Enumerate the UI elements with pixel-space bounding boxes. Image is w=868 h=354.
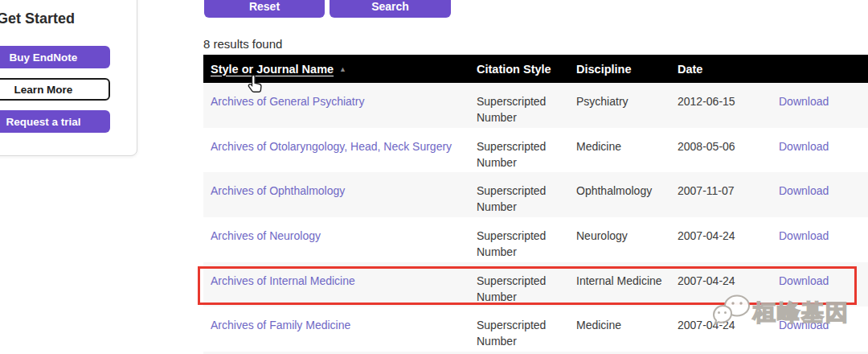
- date-cell: 2007-11-07: [670, 172, 772, 217]
- table-row: Archives of General PsychiatrySuperscrip…: [203, 83, 868, 128]
- date-cell: 2008-05-06: [670, 128, 772, 173]
- discipline-cell: Internal Medicine: [569, 262, 670, 307]
- download-link[interactable]: Download: [772, 217, 868, 262]
- citation-style-cell: Superscripted Number: [469, 83, 569, 128]
- column-header-date: Date: [670, 63, 772, 76]
- journal-link[interactable]: Archives of Family Medicine: [203, 307, 469, 352]
- table-row: Archives of Otolaryngology, Head, Neck S…: [203, 128, 868, 173]
- download-link[interactable]: Download: [772, 83, 868, 128]
- sort-by-name-link[interactable]: Style or Journal Name: [211, 63, 334, 76]
- citation-style-cell: Superscripted Number: [469, 262, 569, 307]
- date-cell: 2007-04-24: [670, 262, 772, 307]
- journal-link[interactable]: Archives of Internal Medicine: [203, 262, 469, 307]
- download-link[interactable]: Download: [772, 128, 868, 173]
- column-header-citation-style: Citation Style: [469, 63, 569, 76]
- results-count: 8 results found: [203, 37, 282, 51]
- journal-link[interactable]: Archives of Otolaryngology, Head, Neck S…: [203, 128, 469, 173]
- search-button[interactable]: Search: [330, 0, 451, 18]
- date-cell: 2007-04-24: [670, 307, 772, 352]
- citation-style-cell: Superscripted Number: [469, 128, 569, 173]
- learn-more-button[interactable]: Learn More: [0, 78, 110, 101]
- date-cell: 2007-04-24: [670, 217, 772, 262]
- endnote-styles-page: Get Started Buy EndNote Learn More Reque…: [0, 0, 868, 354]
- discipline-cell: Neurology: [569, 217, 670, 262]
- download-link[interactable]: Download: [772, 172, 868, 217]
- hand-cursor-icon: [246, 73, 265, 96]
- discipline-cell: Ophthalmology: [569, 172, 670, 217]
- request-trial-button[interactable]: Request a trial: [0, 110, 110, 133]
- reset-button[interactable]: Reset: [204, 0, 325, 18]
- column-header-discipline: Discipline: [569, 63, 670, 76]
- table-header-row: Style or Journal Name▲ Citation Style Di…: [203, 55, 868, 83]
- table-row: Archives of OphthalmologySuperscripted N…: [203, 172, 868, 217]
- column-header-name[interactable]: Style or Journal Name▲: [203, 63, 469, 76]
- table-row: Archives of Family MedicineSuperscripted…: [203, 307, 868, 352]
- discipline-cell: Psychiatry: [569, 83, 670, 128]
- download-link[interactable]: Download: [772, 262, 868, 307]
- discipline-cell: Medicine: [569, 307, 670, 352]
- table-row: Archives of NeurologySuperscripted Numbe…: [203, 217, 868, 262]
- discipline-cell: Medicine: [569, 128, 670, 173]
- sort-ascending-icon: ▲: [339, 65, 346, 73]
- table-body: Archives of General PsychiatrySuperscrip…: [203, 83, 868, 352]
- results-table: Style or Journal Name▲ Citation Style Di…: [203, 55, 868, 354]
- get-started-title: Get Started: [0, 10, 75, 27]
- journal-link[interactable]: Archives of General Psychiatry: [203, 83, 469, 128]
- journal-link[interactable]: Archives of Ophthalmology: [203, 172, 469, 217]
- download-link[interactable]: Download: [772, 307, 868, 352]
- citation-style-cell: Superscripted Number: [469, 217, 569, 262]
- citation-style-cell: Superscripted Number: [469, 172, 569, 217]
- buy-endnote-button[interactable]: Buy EndNote: [0, 46, 110, 68]
- journal-link[interactable]: Archives of Neurology: [203, 217, 469, 262]
- table-row: Archives of Internal MedicineSuperscript…: [203, 262, 868, 307]
- get-started-card: Get Started Buy EndNote Learn More Reque…: [0, 0, 137, 156]
- citation-style-cell: Superscripted Number: [469, 307, 569, 352]
- date-cell: 2012-06-15: [670, 83, 772, 128]
